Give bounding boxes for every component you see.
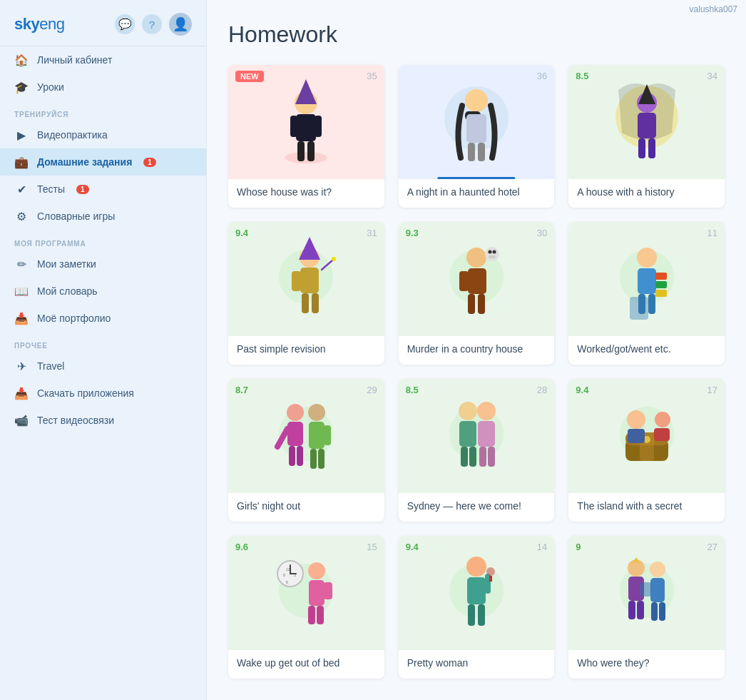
sidebar-item-travel[interactable]: ✈ Travel <box>0 352 206 380</box>
card-card-1[interactable]: NEW35 Whose house was it? <box>228 65 384 208</box>
svg-rect-7 <box>307 141 315 161</box>
card-title: Pretty woman <box>399 650 555 679</box>
sidebar-item-apps[interactable]: 📥 Скачать приложения <box>0 380 206 407</box>
sidebar: skyeng 💬 ? 👤 🏠 Личный кабинет 🎓 Уроки ТР… <box>0 0 207 700</box>
svg-rect-109 <box>659 602 665 621</box>
card-badge-new: NEW <box>235 71 264 82</box>
section-train-label: ТРЕНИРУЙСЯ <box>0 101 206 121</box>
svg-rect-27 <box>302 293 309 313</box>
svg-point-32 <box>488 250 491 254</box>
header-icons: 💬 ? 👤 <box>115 13 192 36</box>
apps-icon: 📥 <box>14 386 29 400</box>
card-card-6[interactable]: 11 Worked/got/went etc. <box>568 222 725 365</box>
tests-badge: 1 <box>76 185 89 194</box>
svg-rect-57 <box>318 449 325 469</box>
svg-rect-62 <box>461 447 468 467</box>
chat-icon[interactable]: 💬 <box>115 14 135 34</box>
card-card-7[interactable]: 8.729 Girls' night out <box>228 379 384 522</box>
sidebar-item-videopractice[interactable]: ▶ Видеопрактика <box>0 121 206 148</box>
svg-rect-96 <box>489 576 492 582</box>
lessons-icon: 🎓 <box>14 80 29 94</box>
sidebar-item-label: Тесты <box>37 183 65 195</box>
svg-point-105 <box>650 562 665 577</box>
svg-rect-55 <box>324 425 331 445</box>
svg-rect-103 <box>628 601 635 619</box>
card-rating: 9.4 <box>406 542 419 552</box>
card-card-3[interactable]: 8.534 A house with a history <box>568 65 725 208</box>
card-card-5[interactable]: 9.330 Murder in a country house <box>399 222 555 365</box>
svg-rect-75 <box>628 429 645 443</box>
card-count: 31 <box>367 228 377 238</box>
sidebar-item-videocall[interactable]: 📹 Тест видеосвязи <box>0 407 206 434</box>
sidebar-item-notes[interactable]: ✏ Мои заметки <box>0 250 206 278</box>
svg-rect-38 <box>478 294 485 314</box>
svg-rect-88 <box>308 606 315 624</box>
notes-icon: ✏ <box>14 257 29 271</box>
svg-rect-42 <box>655 273 667 280</box>
card-card-4[interactable]: 9.431 Past simple revision <box>228 222 384 365</box>
card-count: 29 <box>367 385 377 395</box>
svg-point-25 <box>332 257 336 261</box>
help-icon[interactable]: ? <box>142 14 162 34</box>
play-icon: ▶ <box>14 128 29 142</box>
svg-point-53 <box>308 404 325 421</box>
wordgames-icon: ⚙ <box>14 209 29 223</box>
card-illustration <box>399 536 555 650</box>
card-card-10[interactable]: 9.615 12 9 3 6 Wake up get out of bed <box>228 536 384 679</box>
svg-rect-18 <box>638 138 645 158</box>
sidebar-item-label: Словарные игры <box>37 210 115 222</box>
svg-point-30 <box>466 248 486 268</box>
sidebar-item-label: Моё портфолио <box>37 313 111 324</box>
svg-rect-108 <box>651 602 658 621</box>
sidebar-item-lessons[interactable]: 🎓 Уроки <box>0 73 206 101</box>
card-card-8[interactable]: 8.528 Sydney — here we come! <box>399 379 555 522</box>
sidebar-item-label: Скачать приложения <box>37 387 134 399</box>
card-title: A house with a history <box>568 179 725 208</box>
card-rating: 8.5 <box>576 71 588 81</box>
card-title: Past simple revision <box>228 336 384 365</box>
card-rating: 9 <box>576 542 581 552</box>
sidebar-item-cabinet[interactable]: 🏠 Личный кабинет <box>0 46 206 73</box>
card-card-2[interactable]: 36 A night in a haunted hotel <box>399 65 555 208</box>
svg-rect-90 <box>324 582 332 599</box>
card-card-9[interactable]: 9.417 The island with a secret <box>568 379 725 522</box>
card-title: Who were they? <box>568 650 725 679</box>
card-illustration <box>228 222 384 336</box>
home-icon: 🏠 <box>14 53 29 67</box>
svg-marker-2 <box>295 79 317 104</box>
sidebar-item-homework[interactable]: 💼 Домашние задания 1 <box>0 148 206 176</box>
card-card-12[interactable]: 927 Who were they? <box>568 536 725 679</box>
svg-rect-68 <box>488 447 495 467</box>
sidebar-item-wordgames[interactable]: ⚙ Словарные игры <box>0 203 206 230</box>
svg-point-33 <box>492 250 496 254</box>
avatar[interactable]: 👤 <box>169 13 192 36</box>
sidebar-item-label: Личный кабинет <box>37 54 112 66</box>
svg-point-0 <box>285 152 327 163</box>
card-illustration <box>399 65 555 179</box>
svg-text:3: 3 <box>294 573 296 577</box>
card-title: Sydney — here we come! <box>399 493 555 522</box>
section-program-label: МОЯ ПРОГРАММА <box>0 230 206 250</box>
sidebar-item-portfolio[interactable]: 📥 Моё портфолио <box>0 305 206 332</box>
card-illustration <box>568 65 725 179</box>
svg-marker-22 <box>299 237 320 260</box>
svg-point-76 <box>655 412 670 427</box>
card-count: 34 <box>707 71 717 81</box>
svg-rect-4 <box>290 116 297 137</box>
card-title: Murder in a country house <box>399 336 555 365</box>
svg-rect-37 <box>468 294 475 314</box>
card-title: The island with a secret <box>568 493 725 522</box>
svg-point-59 <box>459 402 477 420</box>
card-card-11[interactable]: 9.414 Pretty woman <box>399 536 555 679</box>
svg-rect-104 <box>637 601 644 619</box>
svg-rect-97 <box>468 604 475 626</box>
sidebar-item-dictionary[interactable]: 📖 Мой словарь <box>0 278 206 305</box>
svg-rect-23 <box>300 268 319 293</box>
videocall-icon: 📹 <box>14 413 29 427</box>
sidebar-item-tests[interactable]: ✔ Тесты 1 <box>0 176 206 203</box>
svg-rect-87 <box>309 580 325 606</box>
svg-text:9: 9 <box>283 573 285 577</box>
svg-rect-107 <box>640 582 651 597</box>
svg-text:12: 12 <box>286 567 290 572</box>
svg-point-92 <box>466 557 486 577</box>
